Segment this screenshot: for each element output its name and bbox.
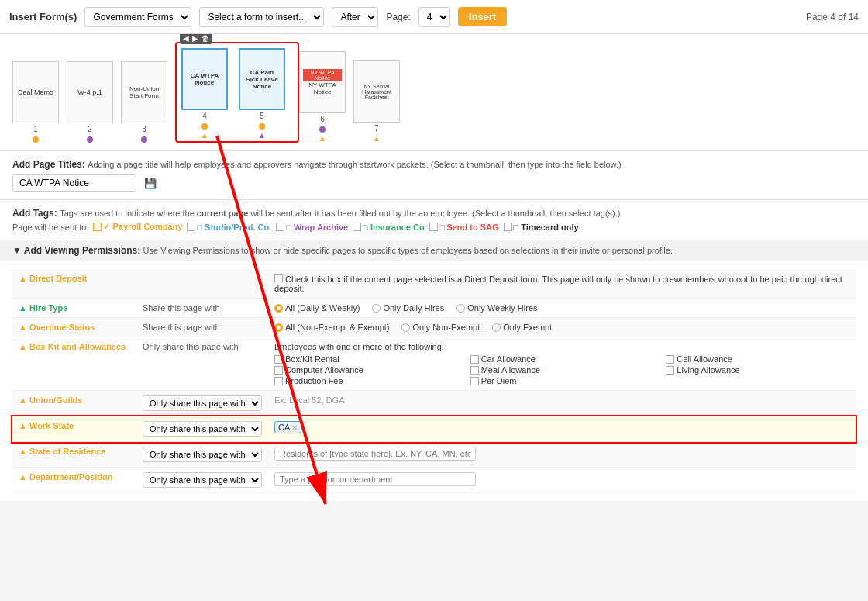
tag-insurance[interactable]: □ Insurance Co xyxy=(353,223,424,232)
viewing-perm-label: ▼ Add Viewing Permissions: xyxy=(12,245,140,256)
delete-icon[interactable]: 🗑 xyxy=(202,34,209,43)
thumb-deal-memo[interactable]: Deal Memo 1 xyxy=(12,61,59,143)
tag-checkbox-sag[interactable] xyxy=(429,223,438,231)
perm-action-work-state: Only share this page with xyxy=(136,416,268,442)
tag-sag[interactable]: □ Send to SAG xyxy=(429,223,499,232)
thumbnail-strip: Deal Memo 1 W-4 p.1 2 Non-Union Start Fo… xyxy=(0,34,868,151)
overtime-all[interactable]: All (Non-Exempt & Exempt) xyxy=(274,323,389,332)
work-state-share-select[interactable]: Only share this page with xyxy=(143,421,262,437)
add-tags-section: Add Tags: Tags are used to indicate wher… xyxy=(0,200,868,240)
tag-checkbox-insurance[interactable] xyxy=(353,223,361,231)
allowance-cell[interactable]: Cell Allowance xyxy=(666,354,849,364)
tag-payroll[interactable]: ✓ Payroll Company xyxy=(93,222,182,232)
insert-button[interactable]: Insert xyxy=(458,7,507,26)
thumb-ny-wtpa[interactable]: NY WTPA Notice NY WTPA Notice 6 ▲ xyxy=(299,51,346,143)
radio-all-exempt[interactable] xyxy=(274,323,283,332)
perm-label-union: ▲ Union/Guilds xyxy=(12,391,136,416)
perm-row-dept-position: ▲ Department/Position Only share this pa… xyxy=(12,468,856,493)
sent-to-label: Page will be sent to: xyxy=(12,223,88,232)
perm-row-direct-deposit: ▲ Direct Deposit Check this box if the c… xyxy=(12,269,856,299)
thumb-ca-paid-sick[interactable]: CA Paid Sick Leave Notice 5 ▲ xyxy=(239,48,285,140)
dept-position-input[interactable] xyxy=(274,472,476,486)
dot-orange-1 xyxy=(33,136,39,143)
allowance-car[interactable]: Car Allowance xyxy=(470,354,654,364)
perm-row-overtime: ▲ Overtime Status Share this page with A… xyxy=(12,318,856,337)
form-select[interactable]: Select a form to insert... xyxy=(199,7,324,27)
allowance-meal[interactable]: Meal Allowance xyxy=(470,365,654,375)
tag-checkbox-wrap[interactable] xyxy=(276,223,284,231)
allowance-boxkit[interactable]: Box/Kit Rental xyxy=(274,354,458,364)
tag-checkbox-timecard[interactable] xyxy=(504,223,512,231)
triangle-7: ▲ xyxy=(373,134,381,143)
state-residence-input[interactable] xyxy=(274,447,476,461)
union-share-select[interactable]: Only share this page with xyxy=(143,395,262,411)
perm-label-dept-position: ▲ Department/Position xyxy=(12,468,136,493)
overtime-non-exempt[interactable]: Only Non-Exempt xyxy=(401,323,480,332)
perm-action-overtime: Share this page with xyxy=(136,318,268,337)
allowance-production[interactable]: Production Fee xyxy=(274,376,458,385)
perm-options-overtime: All (Non-Exempt & Exempt) Only Non-Exemp… xyxy=(268,318,856,337)
dot-purple-6 xyxy=(319,126,326,133)
page-title-input[interactable] xyxy=(12,174,136,192)
thumb-ny-harassment[interactable]: NY Sexual Harassment Factsheet 7 ▲ xyxy=(353,60,400,143)
hire-type-daily[interactable]: Only Daily Hires xyxy=(372,303,444,313)
tags-row: Page will be sent to: ✓ Payroll Company … xyxy=(12,222,856,232)
dept-position-share-select[interactable]: Only share this page with xyxy=(143,472,262,488)
radio-only-daily[interactable] xyxy=(372,304,381,313)
allowance-perdiem[interactable]: Per Diem xyxy=(470,376,654,385)
thumb-non-union[interactable]: Non-Union Start Form 3 xyxy=(121,61,167,143)
tag-wrap[interactable]: □ Wrap Archive xyxy=(276,223,348,232)
perm-label-state-residence: ▲ State of Residence xyxy=(12,442,136,468)
triangle-4: ▲ xyxy=(201,131,208,140)
perm-action-union: Only share this page with xyxy=(136,391,268,416)
thumb-ca-wtpa[interactable]: CA WTPA Notice 4 ▲ xyxy=(181,48,228,140)
viewing-perm-desc: Use Viewing Permissions to show or hide … xyxy=(143,246,673,255)
hire-type-weekly[interactable]: Only Weekly Hires xyxy=(456,303,537,313)
direct-deposit-checkbox[interactable] xyxy=(274,274,283,282)
dot-orange-5 xyxy=(259,123,265,130)
thumb-w4[interactable]: W-4 p.1 2 xyxy=(67,61,113,143)
perm-options-hire-type: All (Daily & Weekly) Only Daily Hires On… xyxy=(268,299,856,318)
page-titles-desc: Adding a page title will help employees … xyxy=(88,160,622,169)
radio-all-daily-weekly[interactable] xyxy=(274,304,283,313)
page-select[interactable]: 4 xyxy=(418,7,450,27)
prev-icon[interactable]: ◀ xyxy=(183,34,189,43)
work-state-remove-ca[interactable]: ✕ xyxy=(291,423,298,432)
allowance-living[interactable]: Living Allowance xyxy=(666,365,849,375)
perm-label-work-state: ▲ Work State xyxy=(12,416,136,442)
add-page-titles-section: Add Page Titles: Adding a page title wil… xyxy=(0,151,868,200)
perm-label-box-kit: ▲ Box Kit and Allowances xyxy=(12,337,136,391)
overtime-exempt[interactable]: Only Exempt xyxy=(492,323,552,332)
dot-purple-3 xyxy=(141,136,147,143)
perm-row-work-state: ▲ Work State Only share this page with C… xyxy=(12,416,856,442)
allowance-computer[interactable]: Computer Allowance xyxy=(274,365,458,375)
radio-only-weekly[interactable] xyxy=(456,304,465,313)
state-residence-share-select[interactable]: Only share this page with xyxy=(143,447,262,462)
perm-action-hire-type: Share this page with xyxy=(136,299,268,318)
radio-only-exempt[interactable] xyxy=(492,323,501,332)
tags-heading: Add Tags: xyxy=(12,208,57,219)
toolbar: Insert Form(s) Government Forms Select a… xyxy=(0,0,868,34)
tags-desc: Tags are used to indicate where the curr… xyxy=(60,209,620,218)
perm-label-direct-deposit: ▲ Direct Deposit xyxy=(12,269,136,299)
tag-checkbox-studio[interactable] xyxy=(187,223,195,231)
position-select[interactable]: After xyxy=(332,7,378,27)
save-page-title-icon[interactable]: 💾 xyxy=(144,178,157,189)
perm-label-overtime: ▲ Overtime Status xyxy=(12,318,136,337)
tag-timecard[interactable]: □ Timecard only xyxy=(504,223,579,232)
tag-studio[interactable]: □ Studio/Prod. Co. xyxy=(187,223,271,232)
permissions-table: ▲ Direct Deposit Check this box if the c… xyxy=(12,269,856,493)
perm-options-state-residence xyxy=(268,442,856,468)
next-icon[interactable]: ▶ xyxy=(192,34,198,43)
perm-action-direct-deposit xyxy=(136,269,268,299)
viewing-permissions-header: ▼ Add Viewing Permissions: Use Viewing P… xyxy=(0,240,868,261)
radio-only-non-exempt[interactable] xyxy=(401,323,410,332)
hire-type-all[interactable]: All (Daily & Weekly) xyxy=(274,303,360,313)
page-info: Page 4 of 14 xyxy=(806,12,859,22)
page-label: Page: xyxy=(386,12,410,22)
perm-options-box-kit: Employees with one or more of the follow… xyxy=(268,337,856,391)
perm-label-hire-type: ▲ Hire Type xyxy=(12,299,136,318)
form-type-select[interactable]: Government Forms xyxy=(84,7,191,27)
tag-checkbox-payroll[interactable] xyxy=(93,223,102,231)
insert-forms-label: Insert Form(s) xyxy=(9,11,77,22)
